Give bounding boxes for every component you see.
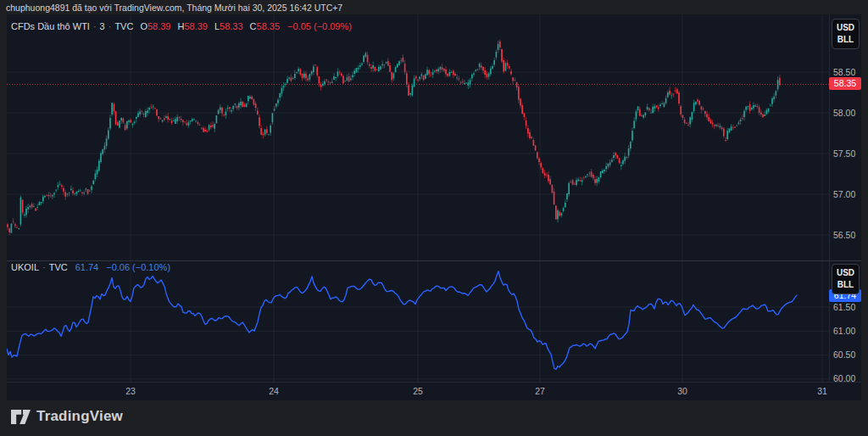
legend-dot-separator: ·	[108, 21, 112, 31]
ukoil-legend[interactable]: UKOIL·TVC61.74−0.06 (−0.10%)	[11, 262, 170, 272]
time-axis-separator	[7, 382, 861, 383]
ukoil-symbol-title: UKOIL	[11, 262, 39, 272]
time-axis-label: 31	[817, 386, 827, 396]
currency-label: USD	[832, 22, 859, 34]
currency-label: USD	[832, 267, 859, 279]
price-axis-separator	[829, 14, 830, 382]
open-label: O	[140, 21, 147, 31]
ukoil-scale-label: 60.00	[833, 373, 855, 383]
wti-exchange: TVC	[114, 21, 133, 31]
pane-separator[interactable]	[7, 260, 861, 261]
ukoil-currency-unit-badge: USD BLL	[832, 264, 860, 294]
ukoil-scale-label: 61.00	[833, 326, 855, 336]
low-value: 58.33	[220, 21, 243, 31]
wti-last-price-badge: 58.35	[829, 77, 861, 90]
wti-scale-label: 57.50	[833, 148, 855, 159]
close-value: 58.35	[257, 21, 281, 31]
time-axis-label: 24	[269, 386, 279, 396]
time-axis-label: 30	[677, 386, 687, 396]
wti-scale-label: 58.50	[833, 67, 855, 77]
unit-label: BLL	[832, 279, 859, 291]
wti-interval: 3	[100, 21, 105, 31]
ukoil-change: −0.06 (−0.10%)	[106, 262, 170, 272]
wti-scale-label: 58.00	[833, 108, 855, 118]
wti-legend[interactable]: CFDs Dầu thô WTI·3·TVCO58.39H58.39L58.33…	[11, 21, 352, 31]
attribution-text: chuphuong4891 đã tạo với TradingView.com…	[6, 3, 342, 13]
tradingview-logo[interactable]: TradingView	[11, 406, 123, 427]
wti-symbol-title: CFDs Dầu thô WTI	[11, 21, 90, 31]
ukoil-scale-label: 61.50	[833, 302, 855, 312]
chart-panel: CFDs Dầu thô WTI·3·TVCO58.39H58.39L58.33…	[7, 14, 861, 400]
ukoil-scale-label: 60.50	[833, 349, 855, 360]
wti-change: −0.05 (−0.09%)	[287, 21, 352, 31]
legend-dot-separator: ·	[42, 262, 46, 272]
close-label: C	[250, 21, 257, 31]
price-plot-canvas[interactable]	[7, 14, 829, 382]
tradingview-logo-icon	[11, 410, 31, 424]
high-value: 58.39	[184, 21, 208, 31]
time-axis-label: 25	[413, 386, 423, 396]
tradingview-logo-text: TradingView	[36, 408, 123, 425]
unit-label: BLL	[832, 34, 859, 46]
ukoil-exchange: TVC	[49, 262, 68, 272]
ukoil-price-value: 61.74	[75, 262, 99, 272]
time-axis-label: 23	[125, 386, 136, 396]
wti-scale-label: 56.50	[833, 230, 855, 240]
time-axis-label: 27	[535, 386, 545, 396]
legend-dot-separator: ·	[93, 21, 97, 31]
open-value: 58.39	[147, 21, 171, 31]
wti-currency-unit-badge: USD BLL	[832, 19, 860, 49]
wti-scale-label: 57.00	[833, 189, 855, 199]
